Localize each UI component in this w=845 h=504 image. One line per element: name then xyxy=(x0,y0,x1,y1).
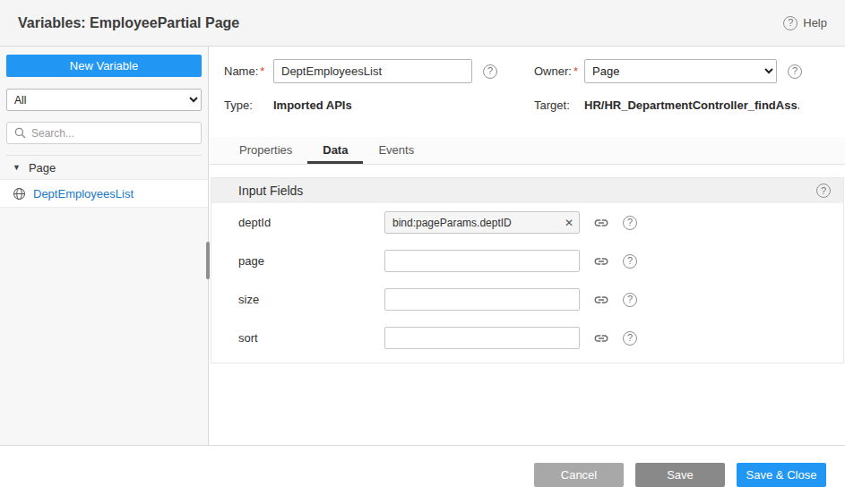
variable-detail-panel: Name:* ? Owner:* Page ? Type: Imported A… xyxy=(210,47,845,445)
bind-link-icon[interactable] xyxy=(593,330,609,346)
target-label: Target: xyxy=(534,98,584,112)
save-button[interactable]: Save xyxy=(635,463,725,487)
sort-input[interactable] xyxy=(384,327,580,349)
owner-select[interactable]: Page xyxy=(584,59,777,83)
field-help-icon[interactable]: ? xyxy=(623,293,637,307)
tree-item-label: DeptEmployeesList xyxy=(33,187,134,201)
tab-events[interactable]: Events xyxy=(363,137,429,164)
dialog-header: Variables: EmployeePartial Page ? Help xyxy=(0,0,845,47)
owner-help-icon[interactable]: ? xyxy=(788,64,802,79)
input-fields-help-icon[interactable]: ? xyxy=(816,184,831,198)
new-variable-button[interactable]: New Variable xyxy=(6,55,202,77)
input-field-row-page: page ? xyxy=(211,242,843,280)
help-circle-icon: ? xyxy=(783,16,798,30)
tree-group-page[interactable]: ▼ Page xyxy=(0,156,208,179)
field-label: size xyxy=(238,293,384,306)
field-label: page xyxy=(238,254,384,268)
required-asterisk: * xyxy=(573,64,578,78)
input-fields-panel: Input Fields ? deptId ✕ ? page ? xyxy=(211,177,844,363)
type-value: Imported APIs xyxy=(273,98,472,112)
variable-filter-select[interactable]: All xyxy=(6,89,202,111)
page-title: Variables: EmployeePartial Page xyxy=(18,15,239,31)
tree-group-label: Page xyxy=(29,161,56,175)
bind-link-icon[interactable] xyxy=(593,292,609,308)
detail-tabs: Properties Data Events xyxy=(210,137,845,165)
sidebar-resize-handle[interactable] xyxy=(206,242,210,279)
cancel-button[interactable]: Cancel xyxy=(534,463,624,487)
name-owner-row: Name:* ? Owner:* Page ? xyxy=(224,59,831,83)
tab-properties[interactable]: Properties xyxy=(224,137,307,164)
chevron-down-icon[interactable]: ▼ xyxy=(13,164,21,172)
variables-sidebar: New Variable All ▼ Page DeptEmployeesLis… xyxy=(0,47,209,445)
input-fields-header: Input Fields ? xyxy=(211,178,843,203)
type-target-row: Type: Imported APIs Target: HR/HR_Depart… xyxy=(224,98,831,112)
save-and-close-button[interactable]: Save & Close xyxy=(737,463,826,487)
field-label: sort xyxy=(238,331,384,345)
input-field-row-sort: sort ? xyxy=(211,319,843,357)
input-fields-title: Input Fields xyxy=(238,184,303,198)
name-label: Name:* xyxy=(224,64,273,78)
field-label: deptId xyxy=(238,216,384,229)
type-label: Type: xyxy=(224,98,273,112)
service-variable-icon xyxy=(13,187,26,201)
target-value: HR/HR_DepartmentController_findAss… xyxy=(584,98,799,112)
name-input[interactable] xyxy=(273,59,472,83)
help-link[interactable]: ? Help xyxy=(783,16,827,30)
tab-data[interactable]: Data xyxy=(307,137,363,164)
deptid-input[interactable] xyxy=(384,211,580,234)
field-help-icon[interactable]: ? xyxy=(623,216,637,230)
name-help-icon[interactable]: ? xyxy=(483,64,497,79)
clear-binding-icon[interactable]: ✕ xyxy=(565,218,573,228)
page-input[interactable] xyxy=(384,250,580,272)
help-label: Help xyxy=(803,16,827,30)
tree-item-deptemployeeslist[interactable]: DeptEmployeesList xyxy=(0,179,208,208)
size-input[interactable] xyxy=(384,288,580,311)
field-help-icon[interactable]: ? xyxy=(623,331,637,346)
search-input[interactable] xyxy=(31,127,194,140)
dialog-footer: Cancel Save Save & Close xyxy=(0,445,845,504)
field-help-icon[interactable]: ? xyxy=(623,254,637,269)
input-field-row-size: size ? xyxy=(211,280,843,319)
owner-label: Owner:* xyxy=(534,64,584,78)
variable-search-box[interactable] xyxy=(6,122,202,144)
bind-link-icon[interactable] xyxy=(593,253,609,269)
input-field-row-deptid: deptId ✕ ? xyxy=(211,203,843,242)
search-icon xyxy=(14,127,26,139)
bind-link-icon[interactable] xyxy=(593,215,609,231)
required-asterisk: * xyxy=(260,64,264,78)
